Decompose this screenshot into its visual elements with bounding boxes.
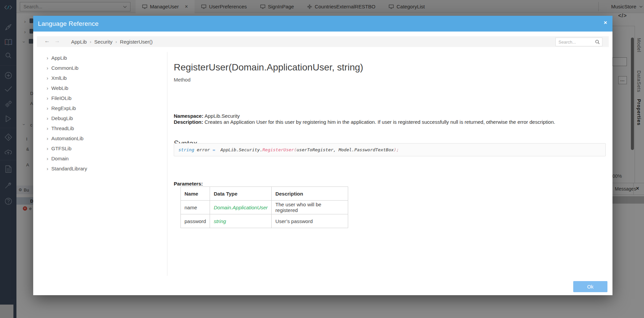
breadcrumb-separator: › xyxy=(90,39,91,44)
chevron-right-icon[interactable]: › xyxy=(47,75,48,81)
tree-item-label: XmlLib xyxy=(51,75,67,81)
tree-item-label: Domain xyxy=(51,156,69,161)
back-arrow-icon[interactable]: ← xyxy=(44,38,50,44)
chevron-right-icon[interactable]: › xyxy=(47,146,48,151)
table-row: password string User’s password xyxy=(181,214,348,228)
param-desc-cell: User’s password xyxy=(272,214,348,228)
member-kind-label: Method xyxy=(174,77,191,83)
param-name-cell: password xyxy=(181,214,210,228)
namespace-line: Namespace: AppLib.Security xyxy=(174,113,240,119)
column-header-name: Name xyxy=(181,187,210,201)
dialog-title: Language Reference xyxy=(38,16,99,32)
chevron-right-icon[interactable]: › xyxy=(47,95,48,101)
chevron-right-icon[interactable]: › xyxy=(47,55,48,61)
chevron-right-icon[interactable]: › xyxy=(47,166,48,171)
tree-item-weblib[interactable]: ›WebLib xyxy=(47,83,157,93)
tree-item-label: StandardLibrary xyxy=(51,166,87,171)
method-title: RegisterUser(Domain.ApplicationUser, str… xyxy=(174,62,363,73)
tree-item-label: GTFSLib xyxy=(51,146,71,151)
chevron-right-icon[interactable]: › xyxy=(47,65,48,71)
parameters-label: Parameters: xyxy=(174,181,203,187)
param-desc-cell: The user who will be registered xyxy=(272,201,348,214)
namespace-label: Namespace: xyxy=(174,113,203,119)
tree-item-debuglib[interactable]: ›DebugLib xyxy=(47,113,157,123)
reference-content: RegisterUser(Domain.ApplicationUser, str… xyxy=(174,16,606,295)
tree-item-fileiolib[interactable]: ›FileIOLib xyxy=(47,93,157,103)
tree-item-label: CommonLib xyxy=(51,65,78,71)
namespace-value: AppLib.Security xyxy=(205,113,240,119)
ok-button[interactable]: Ok xyxy=(573,281,607,292)
chevron-right-icon[interactable]: › xyxy=(47,105,48,111)
tree-item-domain[interactable]: ›Domain xyxy=(47,153,157,163)
description-value: Creates an Application User for this use… xyxy=(205,119,555,125)
tree-item-standardlibrary[interactable]: ›StandardLibrary xyxy=(47,163,157,173)
parameters-table: Name Data Type Description name Domain.A… xyxy=(180,187,348,228)
tree-item-label: WebLib xyxy=(51,85,68,91)
tree-item-gtfslib[interactable]: ›GTFSLib xyxy=(47,143,157,153)
library-tree: ›AppLib ›CommonLib ›XmlLib ›WebLib ›File… xyxy=(47,53,157,173)
tree-item-automationlib[interactable]: ›AutomationLib xyxy=(47,133,157,143)
description-line: Description: Creates an Application User… xyxy=(174,119,586,125)
chevron-right-icon[interactable]: › xyxy=(47,85,48,91)
breadcrumb-item[interactable]: Security xyxy=(94,39,112,45)
chevron-right-icon[interactable]: › xyxy=(47,125,48,131)
column-header-datatype: Data Type xyxy=(210,187,272,201)
column-header-description: Description xyxy=(272,187,348,201)
forward-arrow-icon: → xyxy=(54,38,60,44)
language-reference-dialog: Language Reference × ← → AppLib › Securi… xyxy=(33,16,612,295)
tree-content-divider xyxy=(167,52,167,276)
tree-item-label: ThreadLib xyxy=(51,125,74,131)
breadcrumb: AppLib › Security › RegisterUser() xyxy=(71,36,153,47)
tree-item-threadlib[interactable]: ›ThreadLib xyxy=(47,123,157,133)
param-type-cell: string xyxy=(210,214,272,228)
table-row: name Domain.ApplicationUser The user who… xyxy=(181,201,348,214)
chevron-right-icon[interactable]: › xyxy=(47,156,48,161)
application-window: ManageUser × UserPreferences SignInPage … xyxy=(0,0,644,318)
param-type-cell: Domain.ApplicationUser xyxy=(210,201,272,214)
breadcrumb-separator: › xyxy=(115,39,117,44)
syntax-code-block: string error = AppLib.Security.RegisterU… xyxy=(174,143,606,156)
tree-item-label: AutomationLib xyxy=(51,136,84,141)
tree-item-applib[interactable]: ›AppLib xyxy=(47,53,157,63)
table-header-row: Name Data Type Description xyxy=(181,187,348,201)
chevron-right-icon[interactable]: › xyxy=(47,115,48,121)
breadcrumb-item[interactable]: RegisterUser() xyxy=(120,39,153,45)
param-name-cell: name xyxy=(181,201,210,214)
tree-item-regexplib[interactable]: ›RegExpLib xyxy=(47,103,157,113)
tree-item-label: FileIOLib xyxy=(51,95,71,101)
tree-item-commonlib[interactable]: ›CommonLib xyxy=(47,63,157,73)
tree-item-xmllib[interactable]: ›XmlLib xyxy=(47,73,157,83)
tree-item-label: RegExpLib xyxy=(51,105,76,111)
chevron-right-icon[interactable]: › xyxy=(47,136,48,141)
description-label: Description: xyxy=(174,119,203,125)
tree-item-label: AppLib xyxy=(51,55,67,61)
tree-item-label: DebugLib xyxy=(51,115,73,121)
breadcrumb-item[interactable]: AppLib xyxy=(71,39,87,45)
